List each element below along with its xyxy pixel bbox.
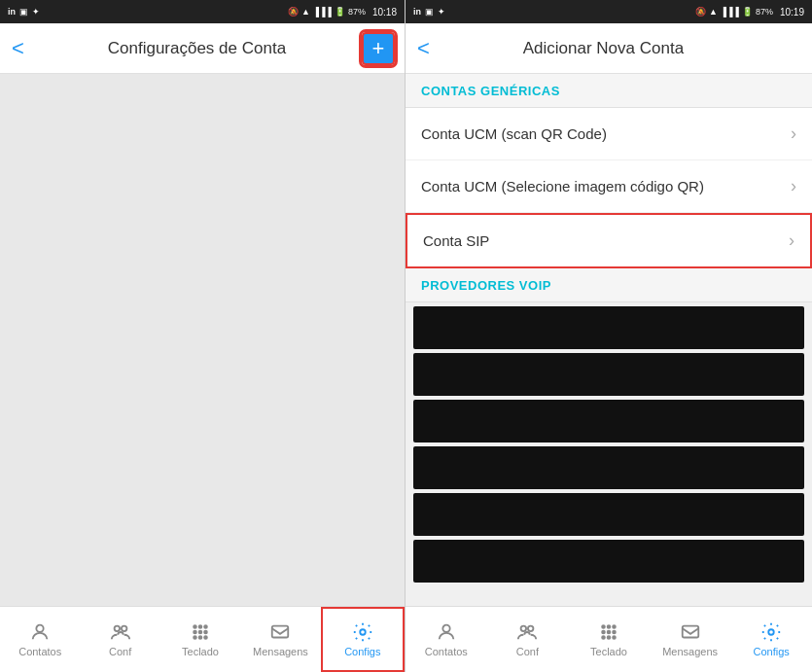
left-back-button[interactable]: < bbox=[12, 38, 24, 59]
left-status-right: 🔕 ▲ ▐▐▐ 🔋 87% 10:18 bbox=[288, 7, 397, 18]
left-battery-percent: 87% bbox=[348, 7, 366, 17]
svg-point-1 bbox=[114, 626, 120, 632]
sip-label: Conta SIP bbox=[423, 232, 489, 249]
right-nav-configs-label: Configs bbox=[754, 646, 790, 657]
svg-point-9 bbox=[194, 636, 196, 639]
svg-point-14 bbox=[442, 625, 449, 632]
svg-point-0 bbox=[37, 625, 44, 632]
left-nav-title: Configurações de Conta bbox=[32, 39, 362, 58]
left-time: 10:18 bbox=[372, 7, 397, 18]
right-nav-contatos[interactable]: Contatos bbox=[406, 607, 487, 672]
left-nav-contatos-label: Contatos bbox=[18, 646, 61, 657]
contatos-icon bbox=[29, 621, 51, 643]
svg-point-13 bbox=[360, 629, 366, 635]
ucm-img-label: Conta UCM (Selecione imagem código QR) bbox=[421, 178, 704, 195]
conf-icon bbox=[110, 621, 131, 643]
left-phone-screen: in ▣ ✦ 🔕 ▲ ▐▐▐ 🔋 87% 10:18 < Configuraçõ… bbox=[0, 0, 406, 672]
svg-point-18 bbox=[608, 625, 611, 628]
right-nav-conf[interactable]: Conf bbox=[487, 607, 569, 672]
left-nav-teclado[interactable]: Teclado bbox=[160, 607, 240, 672]
svg-point-4 bbox=[199, 625, 202, 628]
right-nav-mensagens-label: Mensagens bbox=[662, 646, 718, 657]
sip-item[interactable]: Conta SIP › bbox=[406, 213, 812, 268]
svg-point-25 bbox=[613, 636, 616, 639]
generic-accounts-label: CONTAS GENÉRICAS bbox=[421, 84, 560, 98]
right-mensagens-icon bbox=[680, 621, 701, 643]
ucm-img-item[interactable]: Conta UCM (Selecione imagem código QR) › bbox=[406, 160, 812, 213]
voip-item-3[interactable] bbox=[413, 400, 804, 442]
left-nav-bar: < Configurações de Conta + bbox=[0, 23, 405, 74]
svg-point-15 bbox=[521, 626, 527, 632]
right-bottom-nav: Contatos Conf Teclado bbox=[406, 606, 812, 672]
right-nav-conf-label: Conf bbox=[516, 646, 539, 657]
ucm-qr-item[interactable]: Conta UCM (scan QR Code) › bbox=[406, 108, 812, 160]
mensagens-icon bbox=[269, 621, 291, 643]
left-add-button[interactable]: + bbox=[362, 32, 395, 65]
left-nav-configs-label: Configs bbox=[344, 646, 380, 657]
right-battery-icon: 🔋 bbox=[742, 7, 753, 17]
right-wifi-icon: ▲ bbox=[709, 7, 718, 17]
svg-point-2 bbox=[122, 626, 127, 632]
svg-point-16 bbox=[528, 626, 534, 632]
svg-point-22 bbox=[613, 631, 616, 634]
left-nav-contatos[interactable]: Contatos bbox=[0, 607, 80, 672]
svg-rect-12 bbox=[272, 626, 289, 638]
right-phone-screen: in ▣ ✦ 🔕 ▲ ▐▐▐ 🔋 87% 10:19 < Adicionar N… bbox=[406, 0, 812, 672]
voip-item-6[interactable] bbox=[413, 540, 804, 583]
left-nav-mensagens[interactable]: Mensagens bbox=[240, 607, 320, 672]
left-volume-icon: 🔕 bbox=[288, 7, 299, 17]
right-nav-mensagens[interactable]: Mensagens bbox=[650, 607, 731, 672]
right-nav-teclado[interactable]: Teclado bbox=[568, 607, 650, 672]
left-status-icons: in ▣ ✦ bbox=[8, 7, 40, 17]
svg-point-24 bbox=[608, 636, 611, 639]
voip-item-2[interactable] bbox=[413, 353, 804, 396]
left-wifi-icon: ▲ bbox=[301, 7, 310, 17]
voip-item-4[interactable] bbox=[413, 446, 804, 489]
right-status-bar: in ▣ ✦ 🔕 ▲ ▐▐▐ 🔋 87% 10:19 bbox=[406, 0, 812, 23]
voip-section-header: PROVEDORES VOIP bbox=[406, 268, 812, 302]
left-nav-teclado-label: Teclado bbox=[182, 646, 219, 657]
svg-point-10 bbox=[199, 636, 202, 639]
ucm-img-arrow: › bbox=[791, 176, 796, 196]
svg-point-3 bbox=[194, 625, 196, 628]
left-add-action[interactable]: + bbox=[362, 32, 395, 65]
right-status-right: 🔕 ▲ ▐▐▐ 🔋 87% 10:19 bbox=[695, 7, 804, 18]
right-nav-contatos-label: Contatos bbox=[425, 646, 468, 657]
voip-section-label: PROVEDORES VOIP bbox=[421, 278, 551, 293]
left-nav-mensagens-label: Mensagens bbox=[253, 646, 308, 657]
left-nav-conf[interactable]: Conf bbox=[80, 607, 159, 672]
left-status-bar: in ▣ ✦ 🔕 ▲ ▐▐▐ 🔋 87% 10:18 bbox=[0, 0, 405, 23]
svg-point-21 bbox=[608, 631, 611, 634]
right-back-button[interactable]: < bbox=[417, 38, 430, 59]
ucm-qr-label: Conta UCM (scan QR Code) bbox=[421, 125, 607, 142]
right-signal-icon: ▐▐▐ bbox=[721, 7, 739, 17]
right-nav-bar: < Adicionar Nova Conta bbox=[406, 23, 812, 74]
right-nav-configs[interactable]: Configs bbox=[730, 607, 812, 672]
svg-point-11 bbox=[204, 636, 207, 639]
svg-point-19 bbox=[613, 625, 616, 628]
left-nav-configs[interactable]: Configs bbox=[321, 607, 405, 672]
left-nav-conf-label: Conf bbox=[109, 646, 131, 657]
sip-arrow: › bbox=[789, 230, 794, 251]
right-contatos-icon bbox=[436, 621, 457, 643]
right-teclado-icon bbox=[598, 621, 619, 643]
left-content bbox=[0, 74, 405, 606]
teclado-icon bbox=[190, 621, 211, 643]
svg-rect-26 bbox=[682, 626, 698, 638]
svg-point-27 bbox=[768, 629, 774, 635]
voip-item-1[interactable] bbox=[413, 306, 804, 349]
svg-point-5 bbox=[204, 625, 207, 628]
svg-point-6 bbox=[194, 631, 196, 634]
right-conf-icon bbox=[516, 621, 538, 643]
right-configs-gear-icon bbox=[760, 621, 782, 643]
right-volume-icon: 🔕 bbox=[695, 7, 706, 17]
right-content: CONTAS GENÉRICAS Conta UCM (scan QR Code… bbox=[406, 74, 812, 606]
generic-accounts-section-header: CONTAS GENÉRICAS bbox=[406, 74, 812, 108]
voip-item-5[interactable] bbox=[413, 493, 804, 536]
svg-point-23 bbox=[602, 636, 605, 639]
svg-point-7 bbox=[199, 631, 202, 634]
right-time: 10:19 bbox=[780, 7, 804, 18]
left-battery-icon: 🔋 bbox=[335, 7, 345, 17]
svg-point-20 bbox=[602, 631, 605, 634]
right-nav-teclado-label: Teclado bbox=[590, 646, 627, 657]
